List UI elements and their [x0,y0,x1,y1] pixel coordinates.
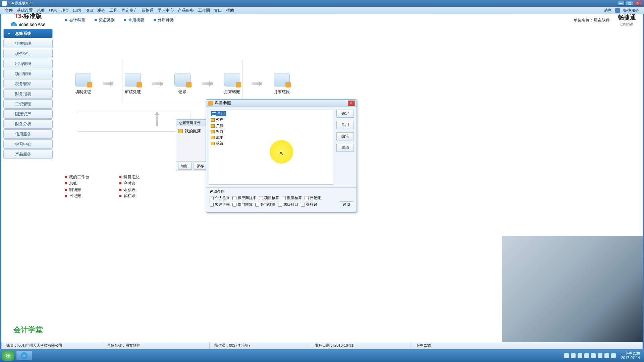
sidebar-item-cash[interactable]: 现金银行 [3,49,53,58]
link-journal[interactable]: 日记账 [65,193,89,199]
menu-bill[interactable]: 票据通 [140,7,156,14]
brand-logo: 畅捷通 Chanjet [618,13,636,27]
flow-node-transfer[interactable]: 月末转账 [224,73,240,95]
chk-personal[interactable]: 个人往来 [210,195,230,200]
ok-button[interactable]: 确定 [336,110,354,118]
taskbar-app-t3[interactable] [16,351,32,361]
chk-leaf[interactable]: 末级科目 [278,202,298,207]
tree-node-cost[interactable]: 成本 [211,135,331,140]
chip-abstract[interactable]: 常用摘要 [124,17,144,23]
tray-icon[interactable] [564,353,569,358]
sidebar-item-tax[interactable]: 税务管家 [3,79,53,88]
sidebar-item-ar[interactable]: 往来管理 [3,39,53,48]
common-button[interactable]: 常用 [336,121,354,129]
tray-icon[interactable] [598,353,602,358]
tree-node-liability[interactable]: 负债 [211,123,331,129]
chk-journal[interactable]: 日记账 [305,195,321,200]
sidebar-item-credit[interactable]: 信用服务 [3,129,53,139]
chk-customer[interactable]: 客户往来 [210,202,230,207]
flow-node-post[interactable]: 记账 [174,73,191,95]
chk-currency[interactable]: 外币核算 [255,202,275,207]
status-unit: 单位名称：用友软件 [102,342,210,349]
chk-project[interactable]: 项目核算 [259,195,279,200]
flow-arrow [152,82,163,85]
folder-icon [178,129,183,133]
flow-node-audit[interactable]: 审核凭证 [125,73,141,95]
tray-network-icon[interactable] [604,353,609,358]
sidebar-item-payroll[interactable]: 工资管理 [3,99,53,109]
sidebar-item-fa[interactable]: 固定资产 [3,109,53,119]
flow-node-close[interactable]: 月末结账 [274,73,290,95]
save-button[interactable]: 保存 [194,163,207,170]
account-ref-dialog: 科目参照 ✕ 常用 资产 负债 权益 成本 损益 确定 常用 [206,99,357,213]
menu-msg[interactable]: 消息 [602,7,614,14]
status-bizdate: 业务日期：[2016-10-31] [310,342,411,349]
taskbar-clock[interactable]: 下午 2:39 2017-07-14 [621,351,640,360]
tray-icon[interactable] [591,353,596,358]
menu-project[interactable]: 项目 [83,7,95,14]
tree-node-common[interactable]: 常用 [211,111,226,116]
menu-tax[interactable]: 税务 [95,7,107,14]
filter-button[interactable]: 过滤 [340,201,353,208]
menu-help[interactable]: 帮助 [224,7,236,14]
menu-workring[interactable]: 工作圈 [196,7,212,14]
tree-node-equity[interactable]: 权益 [211,129,331,134]
chk-bank[interactable]: 银行账 [301,202,317,207]
link-workbench[interactable]: 我的工作台 [65,174,89,180]
account-tree[interactable]: 常用 资产 负债 权益 成本 损益 [209,110,333,185]
voucher-icon [75,73,91,86]
link-summary[interactable]: 科目汇总 [119,174,140,180]
chip-vouchertype[interactable]: 凭证类别 [95,17,115,23]
link-sequence[interactable]: 序时账 [119,181,140,186]
link-detail[interactable]: 明细账 [65,187,89,193]
flow-arrow-up [156,112,158,126]
sidebar-item-report[interactable]: 财务报表 [3,89,53,99]
chk-supplier[interactable]: 供应商往来 [232,195,256,200]
globe-icon [615,8,620,13]
flow-node-create[interactable]: 填制凭证 [75,73,91,95]
chip-currency[interactable]: 外币种类 [154,17,174,23]
edit-button[interactable]: 编辑 [336,132,354,140]
dialog-close-button[interactable]: ✕ [348,101,355,106]
tree-node-asset[interactable]: 资产 [211,117,331,123]
chk-quantity[interactable]: 数量核算 [282,195,302,200]
menu-cash[interactable]: 现金 [59,7,71,14]
tray-volume-icon[interactable] [611,353,616,358]
brand-name: T3-标准版 [14,12,42,20]
sidebar-item-product[interactable]: 产品服务 [3,149,53,159]
chk-dept[interactable]: 部门核算 [232,202,253,207]
sidebar-item-cashier[interactable]: 出纳管理 [3,59,53,68]
quick-links: 我的工作台 总账 明细账 日记账 科目汇总 序时账 余额表 多栏账 [65,174,140,199]
menu-learn[interactable]: 学习中心 [156,7,176,14]
menu-svc[interactable]: 畅捷服务 [621,7,641,14]
folder-icon [212,112,216,116]
tray-icon[interactable] [571,353,576,358]
link-gl[interactable]: 总账 [65,181,89,186]
menu-product[interactable]: 产品服务 [176,7,196,14]
toolbar-subbar: T3-标准版 4006 600 566 会计科目 凭证类别 常用摘要 外币种类 … [1,14,643,26]
app-task-icon [21,352,28,359]
unit-label: 单位名称：用友软件 [574,17,610,23]
menu-cashier[interactable]: 出纳 [71,7,83,14]
start-button[interactable]: ⊞ [2,351,14,361]
close-button[interactable]: ✕ [635,1,642,6]
sidebar-item-gl[interactable]: 总账系统 [3,29,53,38]
sidebar-item-learn[interactable]: 学习中心 [3,139,53,149]
sidebar-item-project[interactable]: 项目管理 [3,69,53,78]
menu-window[interactable]: 窗口 [212,7,224,14]
tray-icon[interactable] [578,353,582,358]
dialog-title: 科目参照 [215,100,231,106]
cancel-button[interactable]: 取消 [336,144,354,152]
tree-node-pl[interactable]: 损益 [211,140,331,146]
folder-icon [211,130,215,133]
maximize-button[interactable]: ◻ [626,1,633,6]
menu-tools[interactable]: 工具 [107,7,119,14]
link-multi[interactable]: 多栏账 [119,193,140,199]
tray-icon[interactable] [584,353,589,358]
menu-fa[interactable]: 固定资产 [119,7,140,14]
link-balance[interactable]: 余额表 [119,187,140,193]
minimize-button[interactable]: — [617,1,625,6]
sidebar-item-fin[interactable]: 财务分析 [3,119,53,129]
add-button[interactable]: 增加 [178,163,192,170]
chip-accounts[interactable]: 会计科目 [65,17,85,23]
